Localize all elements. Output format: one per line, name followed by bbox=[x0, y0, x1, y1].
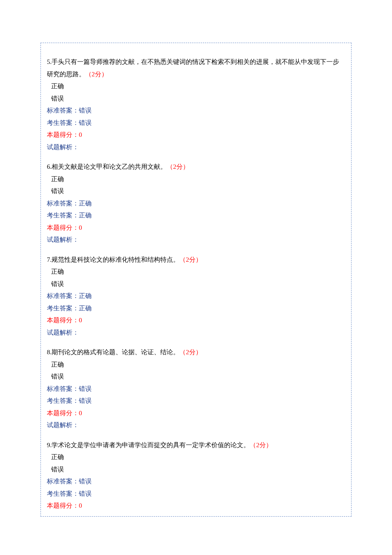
question-text: 8.期刊论文的格式有论题、论据、论证、结论。（2分） bbox=[47, 346, 345, 358]
score-line: 本题得分：0 bbox=[47, 500, 345, 512]
standard-answer-line: 标准答案：错误 bbox=[47, 383, 345, 395]
exam-container: 5.手头只有一篇导师推荐的文献，在不熟悉关键词的情况下检索不到相关的进展，就不能… bbox=[40, 43, 352, 517]
student-answer-line: 考生答案：错误 bbox=[47, 117, 345, 129]
score-value: 0 bbox=[79, 502, 82, 509]
score-value: 0 bbox=[79, 410, 82, 416]
question-points: （2分） bbox=[179, 349, 202, 356]
question-block-8: 8.期刊论文的格式有论题、论据、论证、结论。（2分） 正确 错误 标准答案：错误… bbox=[47, 346, 345, 431]
question-text: 7.规范性是科技论文的标准化特性和结构特点。（2分） bbox=[47, 254, 345, 266]
standard-answer-line: 标准答案：错误 bbox=[47, 104, 345, 117]
analysis-line: 试题解析： bbox=[47, 327, 345, 339]
student-answer-line: 考生答案：正确 bbox=[47, 302, 345, 315]
question-body: 学术论文是学位申请者为申请学位而提交的具有一定学术价值的论文。 bbox=[52, 442, 250, 448]
option-incorrect: 错误 bbox=[47, 278, 345, 290]
question-text: 5.手头只有一篇导师推荐的文献，在不熟悉关键词的情况下检索不到相关的进展，就不能… bbox=[47, 56, 345, 80]
standard-answer-label: 标准答案： bbox=[47, 385, 79, 392]
score-label: 本题得分： bbox=[47, 131, 79, 138]
option-correct: 正确 bbox=[47, 266, 345, 278]
student-answer-value: 正确 bbox=[79, 212, 92, 219]
score-line: 本题得分：0 bbox=[47, 222, 345, 234]
score-line: 本题得分：0 bbox=[47, 129, 345, 141]
student-answer-label: 考生答案： bbox=[47, 212, 79, 219]
analysis-label: 试题解析： bbox=[47, 144, 79, 150]
student-answer-label: 考生答案： bbox=[47, 119, 79, 126]
standard-answer-value: 正确 bbox=[79, 292, 92, 299]
standard-answer-value: 错误 bbox=[79, 107, 92, 114]
analysis-line: 试题解析： bbox=[47, 141, 345, 153]
standard-answer-label: 标准答案： bbox=[47, 200, 79, 207]
student-answer-value: 正确 bbox=[79, 305, 92, 312]
score-label: 本题得分： bbox=[47, 317, 79, 324]
standard-answer-label: 标准答案： bbox=[47, 478, 79, 485]
score-line: 本题得分：0 bbox=[47, 314, 345, 327]
student-answer-value: 错误 bbox=[79, 490, 92, 497]
option-correct: 正确 bbox=[47, 451, 345, 463]
student-answer-line: 考生答案：正确 bbox=[47, 209, 345, 222]
question-body: 相关文献是论文甲和论文乙的共用文献。 bbox=[52, 163, 167, 170]
option-incorrect: 错误 bbox=[47, 463, 345, 476]
analysis-label: 试题解析： bbox=[47, 422, 79, 428]
question-number: 8. bbox=[47, 349, 52, 356]
analysis-line: 试题解析： bbox=[47, 419, 345, 431]
question-number: 5. bbox=[47, 58, 52, 65]
option-correct: 正确 bbox=[47, 80, 345, 92]
student-answer-value: 错误 bbox=[79, 119, 92, 126]
standard-answer-value: 错误 bbox=[79, 385, 92, 392]
score-label: 本题得分： bbox=[47, 502, 79, 509]
standard-answer-line: 标准答案：正确 bbox=[47, 197, 345, 210]
question-number: 7. bbox=[47, 256, 52, 263]
student-answer-label: 考生答案： bbox=[47, 305, 79, 312]
option-incorrect: 错误 bbox=[47, 92, 345, 105]
question-block-9: 9.学术论文是学位申请者为申请学位而提交的具有一定学术价值的论文。（2分） 正确… bbox=[47, 439, 345, 512]
standard-answer-value: 正确 bbox=[79, 200, 92, 207]
standard-answer-line: 标准答案：正确 bbox=[47, 290, 345, 302]
student-answer-value: 错误 bbox=[79, 397, 92, 404]
question-body: 期刊论文的格式有论题、论据、论证、结论。 bbox=[52, 349, 179, 356]
question-body: 规范性是科技论文的标准化特性和结构特点。 bbox=[52, 256, 179, 263]
question-block-5: 5.手头只有一篇导师推荐的文献，在不熟悉关键词的情况下检索不到相关的进展，就不能… bbox=[47, 56, 345, 153]
question-text: 6.相关文献是论文甲和论文乙的共用文献。（2分） bbox=[47, 161, 345, 173]
student-answer-label: 考生答案： bbox=[47, 490, 79, 497]
score-line: 本题得分：0 bbox=[47, 407, 345, 419]
score-value: 0 bbox=[79, 224, 82, 231]
score-value: 0 bbox=[79, 131, 82, 138]
question-number: 9. bbox=[47, 442, 52, 448]
question-points: （2分） bbox=[250, 442, 272, 448]
question-points: （2分） bbox=[179, 256, 202, 263]
student-answer-line: 考生答案：错误 bbox=[47, 395, 345, 407]
score-label: 本题得分： bbox=[47, 224, 79, 231]
option-correct: 正确 bbox=[47, 358, 345, 371]
standard-answer-value: 错误 bbox=[79, 478, 92, 485]
analysis-label: 试题解析： bbox=[47, 236, 79, 243]
question-number: 6. bbox=[47, 163, 52, 170]
question-points: （2分） bbox=[167, 163, 189, 170]
student-answer-label: 考生答案： bbox=[47, 397, 79, 404]
option-correct: 正确 bbox=[47, 173, 345, 185]
score-label: 本题得分： bbox=[47, 410, 79, 416]
question-block-7: 7.规范性是科技论文的标准化特性和结构特点。（2分） 正确 错误 标准答案：正确… bbox=[47, 254, 345, 339]
option-incorrect: 错误 bbox=[47, 370, 345, 383]
analysis-label: 试题解析： bbox=[47, 329, 79, 336]
option-incorrect: 错误 bbox=[47, 185, 345, 197]
question-text: 9.学术论文是学位申请者为申请学位而提交的具有一定学术价值的论文。（2分） bbox=[47, 439, 345, 451]
question-block-6: 6.相关文献是论文甲和论文乙的共用文献。（2分） 正确 错误 标准答案：正确 考… bbox=[47, 161, 345, 246]
standard-answer-label: 标准答案： bbox=[47, 107, 79, 114]
question-points: （2分） bbox=[85, 71, 108, 78]
standard-answer-label: 标准答案： bbox=[47, 292, 79, 299]
score-value: 0 bbox=[79, 317, 82, 324]
standard-answer-line: 标准答案：错误 bbox=[47, 475, 345, 488]
analysis-line: 试题解析： bbox=[47, 234, 345, 246]
student-answer-line: 考生答案：错误 bbox=[47, 488, 345, 500]
